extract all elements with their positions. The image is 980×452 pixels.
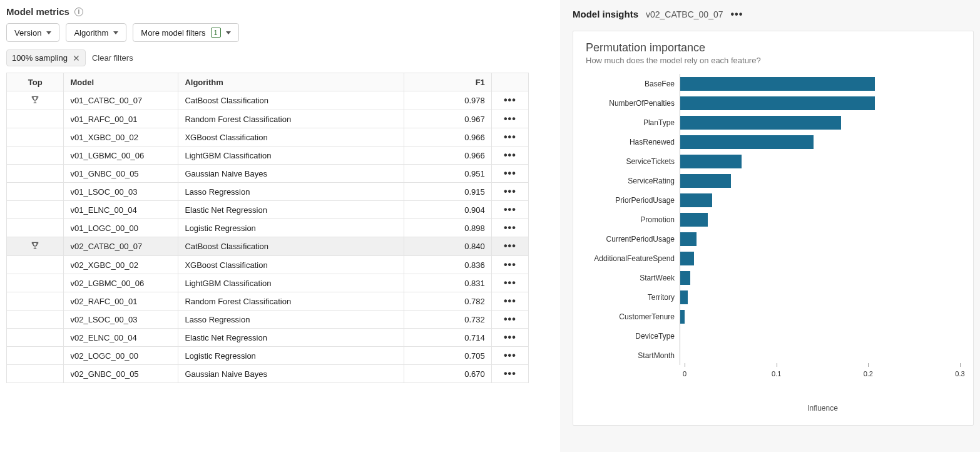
row-more-icon[interactable]: ••• <box>504 168 516 178</box>
table-row[interactable]: v01_RAFC_00_01Random Forest Classificati… <box>7 110 529 128</box>
model-metrics-table: Top Model Algorithm F1 v01_CATBC_00_07Ca… <box>6 73 529 383</box>
algorithm-cell: Gaussian Naive Bayes <box>178 365 404 383</box>
table-row[interactable]: v01_XGBC_00_02XGBoost Classification0.96… <box>7 128 529 146</box>
col-header-model[interactable]: Model <box>64 73 178 91</box>
actions-cell: ••• <box>491 165 528 183</box>
col-header-top[interactable]: Top <box>7 73 64 91</box>
table-row[interactable]: v01_CATBC_00_07CatBoost Classification0.… <box>7 91 529 110</box>
chart-bar <box>680 77 875 91</box>
table-row[interactable]: v02_LOGC_00_00Logistic Regression0.705••… <box>7 347 529 365</box>
table-row[interactable]: v01_ELNC_00_04Elastic Net Regression0.90… <box>7 201 529 219</box>
top-cell <box>7 91 64 110</box>
row-more-icon[interactable]: ••• <box>504 368 516 379</box>
row-more-icon[interactable]: ••• <box>504 150 516 160</box>
chart-feature-label: CustomerTenure <box>586 312 680 321</box>
model-cell: v02_XGBC_00_02 <box>64 256 178 274</box>
row-more-icon[interactable]: ••• <box>504 204 516 215</box>
top-cell <box>7 311 64 329</box>
chart-bar <box>680 135 814 149</box>
row-more-icon[interactable]: ••• <box>504 113 516 124</box>
table-row[interactable]: v02_LSOC_00_03Lasso Regression0.732••• <box>7 311 529 329</box>
row-more-icon[interactable]: ••• <box>504 240 516 251</box>
more-filters-label: More model filters <box>141 28 205 38</box>
table-row[interactable]: v02_LGBMC_00_06LightGBM Classification0.… <box>7 274 529 292</box>
col-header-actions <box>491 73 528 91</box>
f1-cell: 0.915 <box>404 183 491 201</box>
actions-cell: ••• <box>491 91 528 110</box>
algorithm-cell: Logistic Regression <box>178 219 404 237</box>
f1-cell: 0.831 <box>404 274 491 292</box>
chart-feature-label: AdditionalFeatureSpend <box>586 254 680 263</box>
filter-chip-sampling[interactable]: 100% sampling ✕ <box>6 49 86 66</box>
model-insights-selected: v02_CATBC_00_07 <box>646 9 723 19</box>
row-more-icon[interactable]: ••• <box>504 314 516 324</box>
table-row[interactable]: v01_LOGC_00_00Logistic Regression0.898••… <box>7 219 529 237</box>
top-cell <box>7 146 64 165</box>
chart-row: PlanType <box>586 113 961 132</box>
model-cell: v02_RAFC_00_01 <box>64 292 178 311</box>
filter-chip-label: 100% sampling <box>12 53 68 63</box>
chart-feature-label: StartWeek <box>586 274 680 282</box>
table-row[interactable]: v02_ELNC_00_04Elastic Net Regression0.71… <box>7 329 529 347</box>
chart-row: DeviceType <box>586 326 961 346</box>
chart-row: Territory <box>586 287 961 307</box>
table-row[interactable]: v02_GNBC_00_05Gaussian Naive Bayes0.670•… <box>7 365 529 383</box>
top-cell <box>7 183 64 201</box>
model-cell: v02_ELNC_00_04 <box>64 329 178 347</box>
algorithm-cell: XGBoost Classification <box>178 128 404 146</box>
more-filters-count-badge: 1 <box>211 28 221 38</box>
algorithm-dropdown[interactable]: Algorithm <box>66 23 126 42</box>
actions-cell: ••• <box>491 128 528 146</box>
model-cell: v01_LGBMC_00_06 <box>64 146 178 165</box>
table-row[interactable]: v01_LSOC_00_03Lasso Regression0.915••• <box>7 183 529 201</box>
top-cell <box>7 365 64 383</box>
chart-bar <box>680 310 685 324</box>
algorithm-cell: Lasso Regression <box>178 311 404 329</box>
actions-cell: ••• <box>491 347 528 365</box>
f1-cell: 0.966 <box>404 146 491 165</box>
chart-row: CurrentPeriodUsage <box>586 229 961 249</box>
row-more-icon[interactable]: ••• <box>504 95 516 105</box>
row-more-icon[interactable]: ••• <box>504 350 516 361</box>
top-cell <box>7 274 64 292</box>
table-row[interactable]: v02_XGBC_00_02XGBoost Classification0.83… <box>7 256 529 274</box>
actions-cell: ••• <box>491 329 528 347</box>
top-cell <box>7 237 64 256</box>
algorithm-label: Algorithm <box>74 28 108 38</box>
chevron-down-icon <box>113 31 118 34</box>
version-label: Version <box>14 28 41 38</box>
chart-row: Promotion <box>586 210 961 229</box>
row-more-icon[interactable]: ••• <box>504 295 516 306</box>
info-icon[interactable]: i <box>74 8 83 16</box>
col-header-algorithm[interactable]: Algorithm <box>178 73 404 91</box>
row-more-icon[interactable]: ••• <box>504 277 516 288</box>
f1-cell: 0.898 <box>404 219 491 237</box>
clear-filters-button[interactable]: Clear filters <box>92 53 133 63</box>
table-row[interactable]: v01_LGBMC_00_06LightGBM Classification0.… <box>7 146 529 165</box>
row-more-icon[interactable]: ••• <box>504 131 516 142</box>
chart-row: AdditionalFeatureSpend <box>586 249 961 268</box>
actions-cell: ••• <box>491 311 528 329</box>
close-icon[interactable]: ✕ <box>73 54 80 63</box>
top-cell <box>7 219 64 237</box>
actions-cell: ••• <box>491 274 528 292</box>
top-cell <box>7 292 64 311</box>
table-row[interactable]: v02_CATBC_00_07CatBoost Classification0.… <box>7 237 529 256</box>
row-more-icon[interactable]: ••• <box>504 222 516 233</box>
f1-cell: 0.840 <box>404 237 491 256</box>
row-more-icon[interactable]: ••• <box>504 259 516 270</box>
algorithm-cell: XGBoost Classification <box>178 256 404 274</box>
chart-row: BaseFee <box>586 74 961 93</box>
version-dropdown[interactable]: Version <box>6 23 59 42</box>
table-row[interactable]: v02_RAFC_00_01Random Forest Classificati… <box>7 292 529 311</box>
table-row[interactable]: v01_GNBC_00_05Gaussian Naive Bayes0.951•… <box>7 165 529 183</box>
model-cell: v02_LOGC_00_00 <box>64 347 178 365</box>
chart-row: NumberOfPenalties <box>586 93 961 113</box>
more-filters-dropdown[interactable]: More model filters 1 <box>133 23 238 42</box>
chart-bar <box>680 290 688 304</box>
row-more-icon[interactable]: ••• <box>504 332 516 342</box>
col-header-f1[interactable]: F1 <box>404 73 491 91</box>
f1-cell: 0.782 <box>404 292 491 311</box>
row-more-icon[interactable]: ••• <box>504 186 516 197</box>
trophy-icon <box>31 242 39 252</box>
